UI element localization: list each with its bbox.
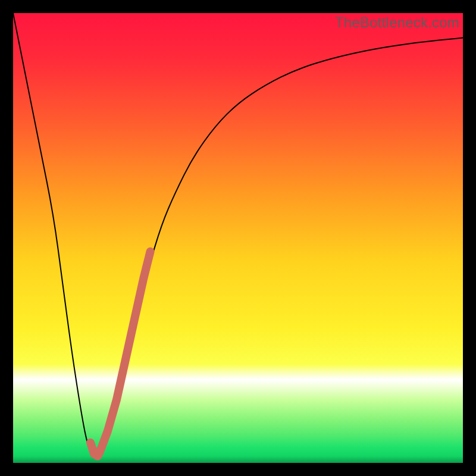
gradient-background	[13, 13, 463, 463]
chart-frame: TheBottleneck.com	[0, 0, 476, 476]
plot-area: TheBottleneck.com	[13, 13, 463, 463]
chart-svg	[13, 13, 463, 463]
watermark-text: TheBottleneck.com	[335, 14, 459, 31]
